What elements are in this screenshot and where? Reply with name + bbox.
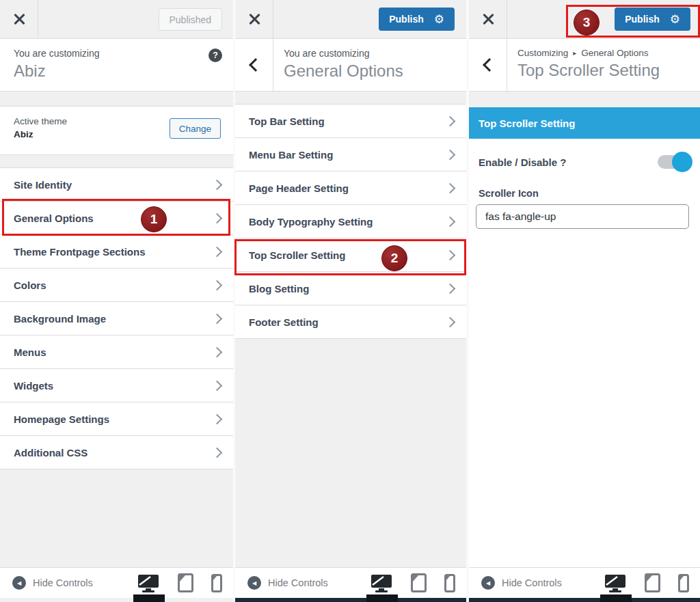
chevron-right-icon [212, 447, 223, 458]
close-customizer-button[interactable] [469, 0, 507, 38]
mobile-preview-icon[interactable] [678, 574, 689, 592]
chevron-right-icon [445, 182, 456, 193]
general-options-menu: Top Bar Setting Menu Bar Setting Page He… [235, 104, 466, 339]
hide-controls-button[interactable]: ◀ Hide Controls [12, 576, 93, 590]
desktop-preview-icon[interactable] [137, 573, 160, 592]
menu-item-menu-bar-setting[interactable]: Menu Bar Setting [235, 138, 466, 172]
menu-item-homepage-settings[interactable]: Homepage Settings [0, 402, 233, 436]
publish-button[interactable]: Publish ⚙ [379, 8, 455, 31]
chevron-right-icon [212, 413, 223, 424]
chevron-right-icon [212, 213, 223, 223]
gear-icon[interactable]: ⚙ [434, 14, 444, 25]
menu-item-top-bar-setting[interactable]: Top Bar Setting [235, 105, 466, 138]
panel-title: Top Scroller Setting [517, 61, 686, 80]
device-indicator-strip [235, 598, 466, 602]
collapse-arrow-icon: ◀ [247, 576, 261, 590]
menu-item-footer-setting[interactable]: Footer Setting [235, 305, 466, 339]
menu-item-site-identity[interactable]: Site Identity [0, 168, 233, 202]
panel-title: General Options [284, 61, 453, 81]
menu-item-additional-css[interactable]: Additional CSS [0, 436, 233, 469]
menu-item-background-image[interactable]: Background Image [0, 302, 233, 336]
device-indicator-strip [0, 598, 233, 602]
annotation-step1-badge: 1 [141, 206, 167, 232]
breadcrumb-separator-icon: ▸ [573, 49, 576, 57]
top-scroller-setting-panel: Publish ⚙ Customizing ▸ General Options … [469, 0, 700, 602]
chevron-right-icon [212, 346, 223, 357]
section-content: Top Scroller Setting Enable / Disable ? … [469, 107, 700, 568]
chevron-right-icon [212, 179, 223, 190]
menu-item-menus[interactable]: Menus [0, 336, 233, 369]
chevron-left-icon [249, 58, 262, 72]
enable-disable-label: Enable / Disable ? [479, 156, 566, 168]
menu-item-top-scroller-setting[interactable]: Top Scroller Setting [235, 238, 466, 272]
menu-item-blog-setting[interactable]: Blog Setting [235, 272, 466, 305]
chevron-right-icon [445, 216, 456, 227]
general-options-panel: Publish ⚙ You are customizing General Op… [235, 0, 466, 602]
customizer-menu: Site Identity General Options Theme Fron… [0, 167, 233, 469]
chevron-right-icon [445, 149, 456, 160]
enable-toggle[interactable] [658, 155, 689, 169]
chevron-right-icon [212, 246, 223, 257]
menu-item-body-typography-setting[interactable]: Body Typography Setting [235, 205, 466, 238]
back-button[interactable] [469, 39, 507, 91]
customizer-root-panel: Published You are customizing Abiz ? Act… [0, 0, 233, 602]
active-theme-section: Active theme Abiz Change [0, 106, 233, 155]
menu-item-theme-frontpage-sections[interactable]: Theme Frontpage Sections [0, 235, 233, 269]
toggle-knob [672, 152, 692, 172]
breadcrumb: Customizing ▸ General Options [517, 48, 686, 58]
menu-item-colors[interactable]: Colors [0, 269, 233, 302]
back-button[interactable] [235, 39, 273, 91]
active-device-indicator [600, 594, 632, 602]
collapse-arrow-icon: ◀ [481, 576, 495, 590]
panel-title: Abiz [14, 61, 219, 81]
help-icon[interactable]: ? [208, 49, 222, 62]
section-header: Top Scroller Setting [469, 107, 700, 139]
close-customizer-button[interactable] [0, 0, 38, 38]
annotation-step2-badge: 2 [381, 245, 407, 271]
active-device-indicator [133, 594, 165, 602]
tablet-preview-icon[interactable] [645, 573, 660, 592]
customizing-label: You are customizing [14, 48, 219, 59]
mobile-preview-icon[interactable] [211, 574, 222, 592]
desktop-preview-icon[interactable] [604, 573, 627, 592]
left-topbar: Published [0, 0, 233, 39]
scroller-icon-label: Scroller Icon [469, 169, 700, 199]
scroller-icon-input[interactable] [476, 204, 689, 229]
desktop-preview-icon[interactable] [370, 573, 393, 592]
change-theme-button[interactable]: Change [170, 118, 221, 139]
tablet-preview-icon[interactable] [178, 573, 193, 592]
middle-footer: ◀ Hide Controls [235, 567, 466, 598]
middle-topbar: Publish ⚙ [235, 0, 466, 39]
chevron-left-icon [483, 58, 496, 72]
published-button[interactable]: Published [159, 8, 223, 31]
tablet-preview-icon[interactable] [411, 573, 427, 592]
wordpress-customizer-tutorial: Published You are customizing Abiz ? Act… [0, 0, 700, 602]
menu-item-page-header-setting[interactable]: Page Header Setting [235, 172, 466, 205]
left-header: You are customizing Abiz ? [0, 39, 233, 92]
device-indicator-strip [469, 598, 700, 602]
hide-controls-button[interactable]: ◀ Hide Controls [247, 576, 328, 590]
active-device-indicator [366, 594, 398, 602]
breadcrumb-parent: General Options [581, 48, 648, 58]
chevron-right-icon [445, 316, 456, 327]
hide-controls-button[interactable]: ◀ Hide Controls [481, 576, 562, 590]
breadcrumb-root: Customizing [517, 48, 568, 58]
customizing-label: You are customizing [284, 48, 453, 59]
gear-icon[interactable]: ⚙ [670, 14, 680, 25]
chevron-right-icon [212, 313, 223, 324]
menu-item-widgets[interactable]: Widgets [0, 369, 233, 402]
right-footer: ◀ Hide Controls [469, 567, 700, 598]
mobile-preview-icon[interactable] [444, 574, 455, 592]
menu-item-general-options[interactable]: General Options [0, 202, 233, 235]
chevron-right-icon [212, 380, 223, 391]
collapse-arrow-icon: ◀ [12, 576, 26, 590]
close-icon [13, 13, 25, 25]
close-icon [482, 13, 494, 25]
right-header: Customizing ▸ General Options Top Scroll… [469, 39, 700, 92]
chevron-right-icon [445, 115, 456, 126]
chevron-right-icon [445, 283, 456, 294]
publish-button[interactable]: Publish ⚙ [615, 8, 690, 31]
close-customizer-button[interactable] [235, 0, 273, 38]
annotation-step3-badge: 3 [574, 10, 600, 36]
left-footer: ◀ Hide Controls [0, 567, 233, 598]
